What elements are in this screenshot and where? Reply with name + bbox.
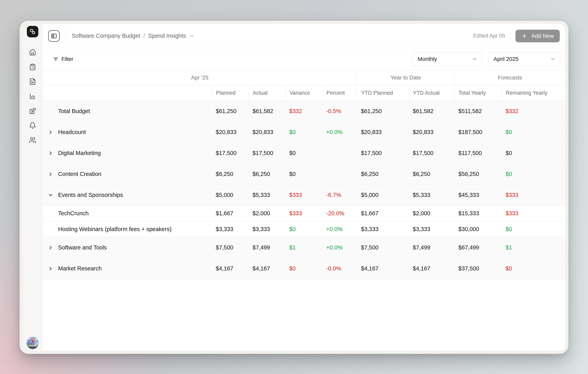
table-row[interactable]: Digital Marketing$17,500$17,500$0$17,500… <box>42 143 565 164</box>
sidebar-toggle-button[interactable] <box>48 30 60 42</box>
filter-icon <box>53 56 59 62</box>
cell-actual: $2,000 <box>249 206 285 221</box>
cell-total-yearly: $511,582 <box>454 101 502 122</box>
table-row[interactable]: Headcount$20,833$20,833$0+0.0%$20,833$20… <box>42 122 565 143</box>
row-name-cell: Market Research <box>42 258 212 279</box>
sidebar-item-notifications[interactable] <box>29 122 36 129</box>
cell-percent: +0.0% <box>322 237 357 258</box>
cell-variance: $333 <box>285 206 322 221</box>
cell-planned: $20,833 <box>212 122 249 142</box>
app-window-content: Software Company Budget / Spend Insights… <box>23 24 565 351</box>
sidebar-item-home[interactable] <box>29 49 36 56</box>
expand-chevron-icon[interactable] <box>48 129 53 135</box>
table-body: Total Budget$61,250$61,582$332-0.5%$61,2… <box>42 101 565 279</box>
user-avatar[interactable] <box>26 337 39 349</box>
logo-squares-icon <box>29 28 36 35</box>
table-row[interactable]: Market Research$4,167$4,167$0-0.0%$4,167… <box>42 258 565 279</box>
cell-planned: $6,250 <box>212 164 249 184</box>
sidebar <box>23 24 42 351</box>
users-icon <box>29 137 36 144</box>
cell-total-yearly: $15,333 <box>454 206 502 221</box>
cell-actual: $20,833 <box>249 122 285 142</box>
row-name-cell: Hosting Webinars (platform fees + speake… <box>42 221 212 237</box>
chevron-down-icon[interactable] <box>189 33 194 39</box>
row-name-cell: Software and Tools <box>42 237 212 258</box>
home-icon <box>29 49 36 56</box>
table-row[interactable]: TechCrunch$1,667$2,000$333-20.0%$1,667$2… <box>42 206 565 221</box>
column-header-ytd-planned: YTD Planned <box>357 85 409 101</box>
cell-ytd-planned: $6,250 <box>357 164 409 184</box>
cell-ytd-actual: $20,833 <box>409 122 454 142</box>
cell-variance: $333 <box>285 185 322 205</box>
cell-variance: $1 <box>285 237 322 258</box>
cell-planned: $61,250 <box>212 101 249 122</box>
blocks-icon <box>29 107 36 115</box>
cell-actual: $61,582 <box>249 101 285 122</box>
cell-variance: $0 <box>285 164 322 184</box>
table-row[interactable]: Hosting Webinars (platform fees + speake… <box>42 221 565 237</box>
cell-ytd-actual: $4,167 <box>409 258 454 279</box>
group-header-forecasts: Forecasts <box>454 70 565 85</box>
sidebar-item-team[interactable] <box>29 137 36 144</box>
cell-remaining-yearly: $333 <box>502 185 565 205</box>
row-name-cell: Digital Marketing <box>42 143 212 163</box>
bell-icon <box>29 122 36 129</box>
breadcrumb-current[interactable]: Spend Insights <box>148 33 186 39</box>
row-name-cell: Total Budget <box>42 101 212 122</box>
cell-actual: $6,250 <box>249 164 285 184</box>
budget-table: Apr '25 Year to Date Forecasts Planned A… <box>42 70 565 351</box>
sidebar-nav <box>29 49 36 144</box>
row-label: Hosting Webinars (platform fees + speake… <box>58 226 171 233</box>
month-select[interactable]: April 2025 <box>488 52 560 66</box>
sidebar-item-documents[interactable] <box>29 78 36 85</box>
row-name-cell: TechCrunch <box>42 206 212 221</box>
expand-chevron-icon[interactable] <box>48 171 53 177</box>
cell-percent <box>322 164 357 184</box>
table-row[interactable]: Content Creation$6,250$6,250$0$6,250$6,2… <box>42 164 565 185</box>
plus-icon <box>521 33 527 39</box>
cell-ytd-planned: $4,167 <box>357 258 409 279</box>
cell-percent: -0.0% <box>322 258 357 279</box>
table-column-header-row: Planned Actual Variance Percent YTD Plan… <box>42 85 565 101</box>
cell-planned: $1,667 <box>212 206 249 221</box>
table-row[interactable]: Total Budget$61,250$61,582$332-0.5%$61,2… <box>42 101 565 122</box>
sidebar-item-reports[interactable] <box>29 93 36 100</box>
row-label: Content Creation <box>58 171 101 177</box>
chevron-down-icon <box>472 56 477 62</box>
cell-total-yearly: $30,000 <box>454 221 502 237</box>
sidebar-item-tasks[interactable] <box>29 64 36 71</box>
cell-planned: $17,500 <box>212 143 249 163</box>
cell-ytd-actual: $2,000 <box>409 206 454 221</box>
topbar: Software Company Budget / Spend Insights… <box>42 24 565 48</box>
toolbar: Filter Monthly April 2025 <box>42 48 565 70</box>
cell-remaining-yearly: $332 <box>502 101 565 122</box>
collapse-chevron-icon[interactable] <box>48 192 53 198</box>
add-new-button[interactable]: Add New <box>515 30 560 42</box>
cell-percent: +0.0% <box>322 221 357 237</box>
column-header-total-yearly: Total Yearly <box>454 85 502 101</box>
cell-planned: $4,167 <box>212 258 249 279</box>
cell-percent <box>322 143 357 163</box>
chevron-down-icon <box>550 56 556 62</box>
desktop: { "app": { "breadcrumb": { "root": "Soft… <box>0 0 588 374</box>
breadcrumb-root[interactable]: Software Company Budget <box>72 33 140 39</box>
cell-actual: $17,500 <box>249 143 285 163</box>
app-logo[interactable] <box>27 26 38 37</box>
expand-chevron-icon[interactable] <box>48 150 53 156</box>
granularity-select[interactable]: Monthly <box>412 52 482 66</box>
table-row[interactable]: Software and Tools$7,500$7,499$1+0.0%$7,… <box>42 237 565 258</box>
cell-percent: +0.0% <box>322 122 357 142</box>
sidebar-item-apps[interactable] <box>29 107 36 115</box>
table-row[interactable]: Events and Sponsorships$5,000$5,333$333-… <box>42 185 565 206</box>
cell-ytd-planned: $7,500 <box>357 237 409 258</box>
clipboard-icon <box>29 64 36 71</box>
row-name-cell: Content Creation <box>42 164 212 184</box>
cell-total-yearly: $45,333 <box>454 185 502 205</box>
expand-chevron-icon[interactable] <box>48 266 53 272</box>
expand-chevron-icon[interactable] <box>48 245 53 251</box>
cell-variance: $0 <box>285 122 322 142</box>
cell-total-yearly: $56,250 <box>454 164 502 184</box>
cell-total-yearly: $187,500 <box>454 122 502 142</box>
add-new-label: Add New <box>531 33 554 39</box>
filter-button[interactable]: Filter <box>53 56 73 62</box>
